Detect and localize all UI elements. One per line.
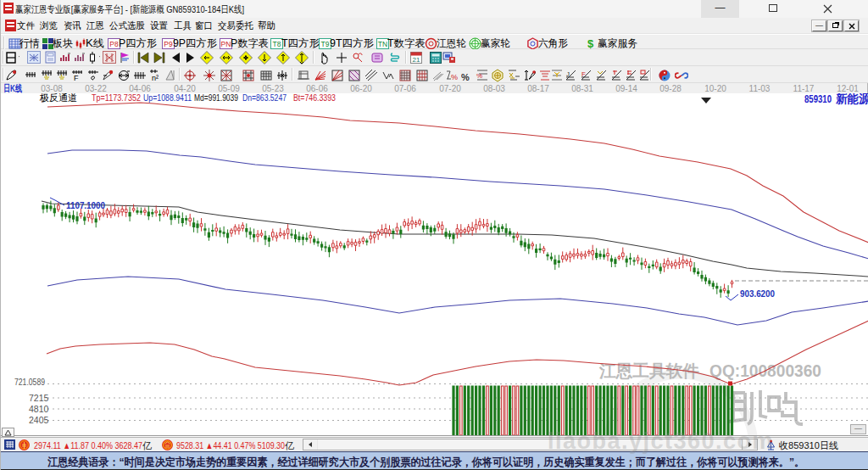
svg-text:08-31: 08-31 bbox=[571, 84, 593, 93]
svg-text:亿: 亿 bbox=[142, 440, 152, 450]
svg-text:资讯: 资讯 bbox=[64, 20, 81, 31]
svg-text:Bt=746.3393: Bt=746.3393 bbox=[293, 93, 336, 103]
svg-text:04-20: 04-20 bbox=[174, 84, 196, 93]
svg-text:11-03: 11-03 bbox=[749, 84, 771, 93]
svg-text:窗口: 窗口 bbox=[195, 20, 213, 31]
svg-text:05-23: 05-23 bbox=[262, 84, 284, 93]
svg-text:赢家江恩专业版[赢家服务平台] - [新能源概 GN859: 赢家江恩专业版[赢家服务平台] - [新能源概 GN859310-184日K线] bbox=[15, 4, 244, 14]
svg-text:07-06: 07-06 bbox=[394, 84, 416, 93]
svg-text:09-14: 09-14 bbox=[615, 84, 637, 93]
svg-text:T四方形: T四方形 bbox=[281, 37, 320, 49]
svg-text:行情: 行情 bbox=[19, 37, 40, 49]
svg-text:亿: 亿 bbox=[285, 440, 294, 450]
svg-text:2974.11 ▲11.87 0.40% 3628.47: 2974.11 ▲11.87 0.40% 3628.47 bbox=[34, 440, 142, 450]
svg-text:T数字表: T数字表 bbox=[387, 37, 426, 49]
svg-text:Dn=863.5247: Dn=863.5247 bbox=[242, 93, 287, 103]
svg-text:%: % bbox=[451, 73, 458, 81]
svg-text:设置: 设置 bbox=[150, 20, 168, 31]
svg-text:收859310日线: 收859310日线 bbox=[779, 440, 838, 450]
svg-text:9P四方形: 9P四方形 bbox=[173, 37, 217, 49]
svg-text:六角形: 六角形 bbox=[538, 37, 568, 49]
svg-text:赢家轮: 赢家轮 bbox=[481, 37, 510, 49]
svg-text:文件: 文件 bbox=[17, 20, 35, 31]
svg-text:Tp=1173.7352: Tp=1173.7352 bbox=[92, 93, 141, 103]
svg-text:K线: K线 bbox=[86, 37, 104, 49]
svg-text:4810: 4810 bbox=[29, 404, 49, 414]
svg-text:7215: 7215 bbox=[29, 393, 49, 403]
svg-text:08-17: 08-17 bbox=[527, 84, 549, 93]
svg-text:极反通道: 极反通道 bbox=[39, 93, 77, 103]
svg-text:%: % bbox=[476, 72, 482, 80]
svg-text:新能源概: 新能源概 bbox=[835, 93, 868, 105]
svg-text:日K线: 日K线 bbox=[3, 83, 22, 93]
svg-text:赢家服务: 赢家服务 bbox=[598, 37, 637, 49]
svg-text:12-01: 12-01 bbox=[837, 84, 859, 93]
svg-text:03-08: 03-08 bbox=[41, 84, 63, 93]
svg-text:10-20: 10-20 bbox=[704, 84, 726, 93]
svg-text:J: J bbox=[566, 70, 570, 78]
svg-text:江恩轮: 江恩轮 bbox=[437, 37, 466, 49]
svg-text:859310: 859310 bbox=[804, 93, 832, 105]
svg-text:04-06: 04-06 bbox=[129, 84, 151, 93]
svg-text:1107.1000: 1107.1000 bbox=[66, 200, 105, 210]
svg-text:Md=991.9039: Md=991.9039 bbox=[194, 93, 238, 103]
svg-text:板块: 板块 bbox=[52, 37, 73, 49]
svg-text:P四方形: P四方形 bbox=[119, 37, 157, 49]
svg-text:2405: 2405 bbox=[29, 415, 49, 425]
svg-text:Up=1088.9411: Up=1088.9411 bbox=[143, 93, 192, 103]
svg-text:21: 21 bbox=[413, 56, 420, 64]
svg-text:帮助: 帮助 bbox=[258, 20, 275, 31]
svg-text:9528.31 ▲44.41 0.47% 5109.30: 9528.31 ▲44.41 0.47% 5109.30 bbox=[176, 440, 285, 450]
svg-text:P数字表: P数字表 bbox=[231, 37, 269, 49]
svg-text:06-20: 06-20 bbox=[350, 84, 372, 93]
svg-text:公式选股: 公式选股 bbox=[109, 20, 145, 31]
svg-text:江恩: 江恩 bbox=[86, 20, 104, 31]
svg-text:09-28: 09-28 bbox=[659, 84, 682, 93]
svg-text:903.6200: 903.6200 bbox=[740, 288, 775, 299]
svg-text:05-09: 05-09 bbox=[218, 84, 240, 93]
svg-text:n²: n² bbox=[152, 74, 159, 82]
svg-text:721.0589: 721.0589 bbox=[14, 377, 45, 387]
svg-text:06-06: 06-06 bbox=[306, 84, 328, 93]
svg-text:浏览: 浏览 bbox=[39, 20, 58, 31]
svg-text:交易委托: 交易委托 bbox=[218, 20, 253, 31]
svg-text:9T四方形: 9T四方形 bbox=[330, 37, 374, 49]
svg-text:03-22: 03-22 bbox=[85, 84, 107, 93]
svg-text:江恩经典语录：“时间是决定市场走势的重要因素，经过详细研究大: 江恩经典语录：“时间是决定市场走势的重要因素，经过详细研究大市及个别股票的过往记… bbox=[47, 456, 804, 468]
svg-text:F: F bbox=[581, 70, 586, 78]
svg-text:08-03: 08-03 bbox=[483, 84, 505, 93]
svg-text:11-17: 11-17 bbox=[793, 84, 815, 93]
svg-text:07-20: 07-20 bbox=[439, 84, 461, 93]
svg-text:F: F bbox=[74, 74, 79, 82]
svg-text:工具: 工具 bbox=[174, 20, 192, 31]
